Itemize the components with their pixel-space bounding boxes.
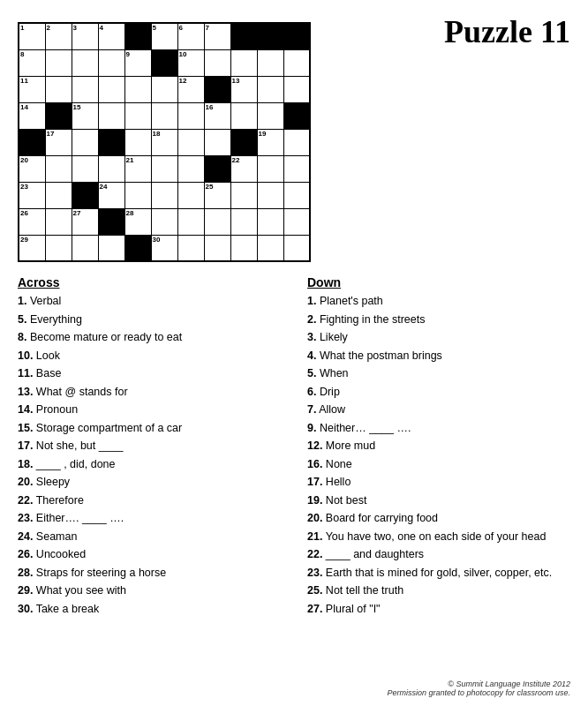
cell-3-5[interactable] <box>124 76 151 102</box>
cell-9-9[interactable] <box>230 235 257 261</box>
cell-4-3[interactable]: 15 <box>72 102 98 129</box>
grid-container: 1 2 3 4 5 6 7 8 <box>18 22 570 262</box>
cell-1-6[interactable]: 5 <box>151 23 177 49</box>
cell-9-4[interactable] <box>98 235 124 261</box>
cell-5-8[interactable] <box>204 129 230 155</box>
cell-7-11[interactable] <box>283 182 310 208</box>
cell-8-9[interactable] <box>230 208 257 235</box>
cell-3-7[interactable]: 12 <box>177 76 204 102</box>
cell-1-7[interactable]: 6 <box>177 23 204 49</box>
cell-9-1[interactable]: 29 <box>19 235 45 261</box>
clue-across-8: 8. Become mature or ready to eat <box>18 330 281 346</box>
grid-row: 1 2 3 4 5 6 7 <box>19 23 310 49</box>
cell-9-7[interactable] <box>177 235 204 261</box>
cell-2-2[interactable] <box>45 49 72 76</box>
cell-7-7[interactable] <box>177 182 204 208</box>
cell-1-2[interactable]: 2 <box>45 23 72 49</box>
cell-8-2[interactable] <box>45 208 72 235</box>
cell-7-5[interactable] <box>124 182 151 208</box>
cell-3-9[interactable]: 13 <box>230 76 257 102</box>
cell-2-10[interactable] <box>257 49 283 76</box>
cell-2-1[interactable]: 8 <box>19 49 45 76</box>
cell-8-11[interactable] <box>283 208 310 235</box>
cell-8-3[interactable]: 27 <box>72 208 98 235</box>
cell-4-1[interactable]: 14 <box>19 102 45 129</box>
cell-5-5[interactable] <box>124 129 151 155</box>
cell-3-1[interactable]: 11 <box>19 76 45 102</box>
cell-1-8[interactable]: 7 <box>204 23 230 49</box>
cell-3-4[interactable] <box>98 76 124 102</box>
cell-7-8[interactable]: 25 <box>204 182 230 208</box>
cell-6-5[interactable]: 21 <box>124 155 151 182</box>
cell-6-9[interactable]: 22 <box>230 155 257 182</box>
cell-2-7[interactable]: 10 <box>177 49 204 76</box>
cell-4-7[interactable] <box>177 102 204 129</box>
cell-3-10[interactable] <box>257 76 283 102</box>
cell-8-10[interactable] <box>257 208 283 235</box>
cell-8-5[interactable]: 28 <box>124 208 151 235</box>
cell-7-10[interactable] <box>257 182 283 208</box>
cell-8-6[interactable] <box>151 208 177 235</box>
cell-8-8[interactable] <box>204 208 230 235</box>
clue-down-3: 3. Likely <box>307 330 570 346</box>
cell-5-7[interactable] <box>177 129 204 155</box>
clue-across-17: 17. Not she, but ____ <box>18 439 281 454</box>
cell-5-2[interactable]: 17 <box>45 129 72 155</box>
clue-across-29: 29. What you see with <box>18 583 281 599</box>
clue-down-25: 25. Not tell the truth <box>307 583 570 599</box>
cell-2-4[interactable] <box>98 49 124 76</box>
cell-2-8[interactable] <box>204 49 230 76</box>
cell-5-10[interactable]: 19 <box>257 129 283 155</box>
cell-4-10[interactable] <box>257 102 283 129</box>
cell-6-2[interactable] <box>45 155 72 182</box>
cell-6-4[interactable] <box>98 155 124 182</box>
cell-3-6[interactable] <box>151 76 177 102</box>
cell-2-3[interactable] <box>72 49 98 76</box>
cell-6-7[interactable] <box>177 155 204 182</box>
grid-row: 17 18 19 <box>19 129 310 155</box>
cell-4-8[interactable]: 16 <box>204 102 230 129</box>
cell-4-5[interactable] <box>124 102 151 129</box>
cell-9-2[interactable] <box>45 235 72 261</box>
cell-7-1[interactable]: 23 <box>19 182 45 208</box>
clue-down-23: 23. Earth that is mined for gold, silver… <box>307 566 570 582</box>
cell-1-1[interactable]: 1 <box>19 23 45 49</box>
cell-9-6[interactable]: 30 <box>151 235 177 261</box>
cell-7-6[interactable] <box>151 182 177 208</box>
cell-5-11[interactable] <box>283 129 310 155</box>
cell-6-3[interactable] <box>72 155 98 182</box>
clue-down-21: 21. You have two, one on each side of yo… <box>307 530 570 545</box>
cell-3-2[interactable] <box>45 76 72 102</box>
cell-9-10[interactable] <box>257 235 283 261</box>
cell-3-3[interactable] <box>72 76 98 102</box>
cell-7-9[interactable] <box>230 182 257 208</box>
cell-5-3[interactable] <box>72 129 98 155</box>
cell-3-11[interactable] <box>283 76 310 102</box>
clue-across-11: 11. Base <box>18 366 281 382</box>
cell-8-7[interactable] <box>177 208 204 235</box>
cell-9-8[interactable] <box>204 235 230 261</box>
grid-row: 29 30 <box>19 235 310 261</box>
cell-4-9[interactable] <box>230 102 257 129</box>
cell-6-1[interactable]: 20 <box>19 155 45 182</box>
cell-5-6[interactable]: 18 <box>151 129 177 155</box>
cell-2-9[interactable] <box>230 49 257 76</box>
cell-9-11[interactable] <box>283 235 310 261</box>
cell-1-4[interactable]: 4 <box>98 23 124 49</box>
cell-7-2[interactable] <box>45 182 72 208</box>
cell-2-5[interactable]: 9 <box>124 49 151 76</box>
cell-6-6[interactable] <box>151 155 177 182</box>
cell-7-4[interactable]: 24 <box>98 182 124 208</box>
puzzle-title: Puzzle 11 <box>444 13 570 50</box>
cell-8-1[interactable]: 26 <box>19 208 45 235</box>
down-header: Down <box>307 275 570 289</box>
cell-6-11[interactable] <box>283 155 310 182</box>
cell-4-6[interactable] <box>151 102 177 129</box>
page: Puzzle 11 1 2 3 4 5 6 7 <box>0 0 588 633</box>
cell-2-11[interactable] <box>283 49 310 76</box>
cell-1-3[interactable]: 3 <box>72 23 98 49</box>
cell-6-10[interactable] <box>257 155 283 182</box>
cell-4-4[interactable] <box>98 102 124 129</box>
cell-9-3[interactable] <box>72 235 98 261</box>
cell-4-2-black <box>45 102 72 129</box>
